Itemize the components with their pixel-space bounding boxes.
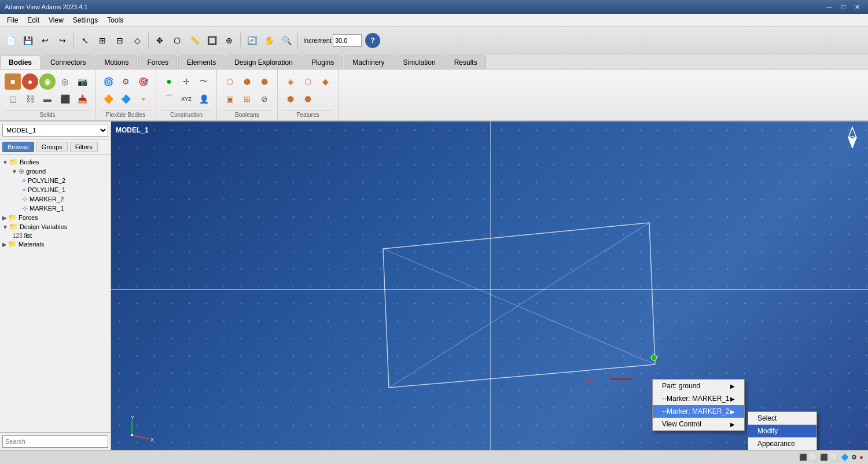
tab-results[interactable]: Results — [446, 56, 486, 69]
menu-file[interactable]: File — [2, 15, 23, 25]
increment-input[interactable] — [333, 34, 362, 47]
tree-item-list[interactable]: 123 list — [2, 231, 108, 240]
sub-modify[interactable]: Modify — [748, 425, 816, 437]
import-button[interactable]: 📥 — [74, 91, 90, 107]
bool5-button[interactable]: ⊞ — [239, 91, 255, 107]
minimize-button[interactable]: — — [822, 2, 836, 12]
bool6-button[interactable]: ⊘ — [256, 91, 273, 107]
marker-button[interactable]: ✛ — [178, 73, 194, 90]
arc-button[interactable]: ⌒ — [161, 91, 177, 107]
snap-button[interactable]: 🔲 — [204, 32, 220, 49]
tree-item-ground[interactable]: ▼ ⊕ ground — [2, 167, 108, 176]
design-vars-toggle: ▼ — [2, 224, 8, 230]
ribbon-group-flexible: 🌀 ⚙ 🎯 🔶 🔷 🔸 Flexible Bodies — [95, 69, 156, 120]
tree-item-marker2[interactable]: ⊹ MARKER_2 — [2, 194, 108, 204]
sub-appearance[interactable]: Appearance — [748, 437, 816, 450]
box-button[interactable]: ■ — [5, 73, 21, 90]
menu-edit[interactable]: Edit — [23, 15, 44, 25]
grid-button[interactable]: ⊟ — [112, 32, 128, 49]
window-controls[interactable]: — □ ✕ — [822, 2, 863, 12]
ctx-part-ground[interactable]: Part: ground ▶ — [653, 380, 744, 392]
tab-elements[interactable]: Elements — [178, 56, 225, 69]
feat2-button[interactable]: ⬡ — [300, 73, 316, 90]
sphere-button[interactable]: ◉ — [39, 73, 56, 90]
svg-text:Y: Y — [131, 415, 134, 421]
feat3-button[interactable]: ◆ — [317, 73, 333, 90]
save-button[interactable]: 💾 — [20, 32, 36, 49]
menu-settings[interactable]: Settings — [68, 15, 102, 25]
bool4-button[interactable]: ▣ — [222, 91, 238, 107]
plate-button[interactable]: ▬ — [39, 91, 56, 107]
features-label: Features — [282, 110, 333, 118]
tab-plugins[interactable]: Plugins — [303, 56, 343, 69]
torus-button[interactable]: ◎ — [57, 73, 73, 90]
tab-design-exploration[interactable]: Design Exploration — [226, 56, 301, 69]
titlebar: Adams View Adams 2023.4.1 — □ ✕ — [0, 0, 868, 14]
move-button[interactable]: ✥ — [152, 32, 168, 49]
hand-button[interactable]: ✋ — [261, 32, 277, 49]
feat1-button[interactable]: ◈ — [282, 73, 299, 90]
viewport[interactable]: MODEL_1 ---- Y X — [111, 121, 868, 450]
person-button[interactable]: 👤 — [196, 91, 212, 107]
ctx-marker1[interactable]: --Marker: MARKER_1 ▶ — [653, 392, 744, 405]
bool1-button[interactable]: ⬡ — [222, 73, 238, 90]
status-icon-4: ⬜ — [830, 454, 838, 461]
tab-connectors[interactable]: Connectors — [42, 56, 94, 69]
plane-button[interactable]: ◫ — [5, 91, 21, 107]
ctx-marker2[interactable]: --Marker: MARKER_2 ▶ — [653, 405, 744, 418]
sub-select[interactable]: Select — [748, 412, 816, 425]
cylinder-button[interactable]: ● — [22, 73, 38, 90]
close-button[interactable]: ✕ — [851, 2, 863, 12]
tab-simulation[interactable]: Simulation — [395, 56, 444, 69]
flex3-button[interactable]: 🎯 — [135, 73, 151, 90]
tree-item-design-vars[interactable]: ▼ 📁 Design Variables — [2, 222, 108, 231]
view3d-button[interactable]: ◇ — [129, 32, 145, 49]
new-button[interactable]: 📄 — [2, 32, 19, 49]
menu-view[interactable]: View — [44, 15, 68, 25]
ctx-view-control[interactable]: View Control ▶ — [653, 418, 744, 430]
menu-tools[interactable]: Tools — [102, 15, 128, 25]
features-buttons: ◈ ⬡ ◆ ⬢ ⬣ — [282, 72, 333, 109]
tab-machinery[interactable]: Machinery — [344, 56, 393, 69]
bool3-button[interactable]: ⬣ — [256, 73, 273, 90]
maximize-button[interactable]: □ — [838, 2, 849, 12]
flex6-button[interactable]: 🔸 — [135, 91, 151, 107]
flex2-button[interactable]: ⚙ — [117, 73, 134, 90]
flex1-button[interactable]: 🌀 — [100, 73, 116, 90]
flex4-button[interactable]: 🔶 — [100, 91, 116, 107]
extrude-button[interactable]: ⬛ — [57, 91, 73, 107]
feat4-button[interactable]: ⬢ — [282, 91, 299, 107]
search-input[interactable] — [2, 435, 108, 448]
point-button[interactable]: ● — [161, 73, 177, 90]
tree-item-bodies[interactable]: ▼ 📁 Bodies — [2, 157, 108, 167]
flex5-button[interactable]: 🔷 — [117, 91, 134, 107]
undo-button[interactable]: ↩ — [37, 32, 53, 49]
tree-item-materials[interactable]: ▶ 📁 Materials — [2, 240, 108, 249]
select-button[interactable]: ↖ — [77, 32, 93, 49]
measure-button[interactable]: 📏 — [186, 32, 203, 49]
tree-item-polyline1[interactable]: ⌖ POLYLINE_1 — [2, 185, 108, 194]
link-button[interactable]: ⛓ — [22, 91, 38, 107]
joint-button[interactable]: ⊕ — [221, 32, 237, 49]
model-dropdown[interactable]: MODEL_1 — [2, 124, 108, 137]
curve-button[interactable]: 〜 — [196, 73, 212, 90]
filters-tab[interactable]: Filters — [70, 142, 98, 152]
feat5-button[interactable]: ⬣ — [300, 91, 316, 107]
redo-button[interactable]: ↪ — [54, 32, 71, 49]
tab-forces[interactable]: Forces — [138, 56, 177, 69]
browse-tab[interactable]: Browse — [2, 142, 34, 152]
xyz-button[interactable]: XYZ — [178, 91, 194, 107]
tree-item-forces[interactable]: ▶ 📁 Forces — [2, 213, 108, 222]
tree-item-marker1[interactable]: ⊹ MARKER_1 — [2, 204, 108, 213]
tab-motions[interactable]: Motions — [95, 56, 137, 69]
zoom-button[interactable]: 🔍 — [278, 32, 295, 49]
bool2-button[interactable]: ⬢ — [239, 73, 255, 90]
cube-button[interactable]: ⬡ — [169, 32, 185, 49]
tab-bodies[interactable]: Bodies — [0, 56, 41, 69]
tree-item-polyline2[interactable]: ⌖ POLYLINE_2 — [2, 176, 108, 185]
transform-button[interactable]: ⊞ — [94, 32, 111, 49]
camera-button[interactable]: 📷 — [74, 73, 90, 90]
groups-tab[interactable]: Groups — [36, 142, 68, 152]
rotate-button[interactable]: 🔄 — [244, 32, 260, 49]
help-button[interactable]: ? — [365, 33, 380, 48]
